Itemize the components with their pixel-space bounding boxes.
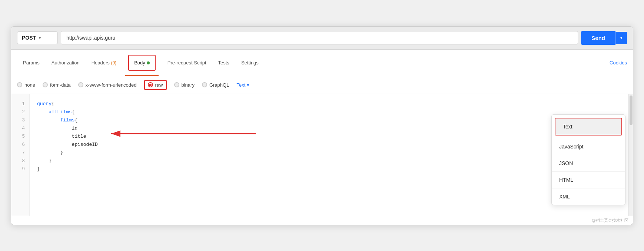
editor-wrapper: 1 2 3 4 5 6 7 8 9 query{ allFilms{ films… (11, 94, 633, 225)
formdata-radio[interactable] (43, 82, 48, 87)
graphql-radio[interactable] (202, 82, 207, 87)
method-chevron-icon: ▾ (39, 36, 41, 40)
code-line-5: title (37, 133, 621, 141)
tab-authorization[interactable]: Authorization (46, 55, 86, 71)
url-input[interactable] (61, 31, 578, 44)
postman-window: POST ▾ Send ▾ Params Authorization Heade… (11, 26, 633, 225)
dropdown-item-xml[interactable]: XML (552, 188, 625, 205)
watermark: @稻土觅金技术社区 (11, 216, 633, 225)
text-dropdown-chevron-icon: ▾ (247, 82, 249, 88)
binary-radio[interactable] (174, 82, 179, 87)
line-num-5: 5 (22, 133, 29, 141)
editor-area: 1 2 3 4 5 6 7 8 9 query{ allFilms{ films… (11, 94, 633, 216)
tab-pre-request[interactable]: Pre-request Script (162, 55, 212, 71)
tab-body[interactable]: Body (122, 50, 162, 76)
urlencoded-radio[interactable] (78, 82, 83, 87)
line-num-7: 7 (22, 149, 29, 157)
line-num-1: 1 (22, 100, 29, 108)
text-type-dropdown[interactable]: Text ▾ (236, 82, 249, 88)
line-num-8: 8 (22, 157, 29, 165)
scrollbar-thumb[interactable] (630, 96, 633, 125)
text-type-dropdown-menu: Text JavaScript JSON HTML XML (551, 114, 625, 205)
method-label: POST (22, 35, 36, 41)
send-button-group: Send ▾ (581, 31, 627, 45)
line-num-4: 4 (22, 124, 29, 133)
tab-tests[interactable]: Tests (212, 55, 235, 71)
tab-headers[interactable]: Headers (9) (86, 55, 122, 71)
tab-settings[interactable]: Settings (235, 55, 265, 71)
editor-main: 1 2 3 4 5 6 7 8 9 query{ allFilms{ films… (11, 94, 633, 216)
code-line-6: episodeID (37, 141, 621, 149)
code-line-3: films{ (37, 116, 621, 124)
code-line-7: } (37, 149, 621, 157)
code-line-9: } (37, 165, 621, 173)
raw-radio-inner (149, 84, 152, 86)
option-none[interactable]: none (17, 82, 35, 88)
raw-option-box: raw (144, 80, 167, 90)
vertical-scrollbar[interactable] (628, 94, 633, 216)
cookies-link[interactable]: Cookies (610, 60, 627, 66)
tabs-row: Params Authorization Headers (9) Body Pr… (11, 50, 633, 76)
method-selector[interactable]: POST ▾ (17, 31, 58, 44)
line-num-6: 6 (22, 141, 29, 149)
toolbar: POST ▾ Send ▾ (11, 27, 633, 50)
dropdown-item-json[interactable]: JSON (552, 155, 625, 172)
option-binary[interactable]: binary (174, 82, 195, 88)
option-urlencoded[interactable]: x-www-form-urlencoded (78, 82, 137, 88)
send-button[interactable]: Send (581, 31, 615, 45)
line-num-2: 2 (22, 108, 29, 116)
dropdown-item-javascript[interactable]: JavaScript (552, 138, 625, 155)
line-num-9: 9 (22, 165, 29, 173)
body-options-row: none form-data x-www-form-urlencoded raw… (11, 76, 633, 94)
code-line-1: query{ (37, 100, 621, 108)
none-radio[interactable] (17, 82, 22, 87)
body-active-dot (147, 61, 150, 64)
option-graphql[interactable]: GraphQL (202, 82, 229, 88)
code-editor[interactable]: query{ allFilms{ films{ id title episode… (30, 94, 628, 216)
dropdown-item-text[interactable]: Text (555, 118, 621, 135)
dropdown-item-html[interactable]: HTML (552, 172, 625, 188)
headers-badge: (9) (111, 60, 116, 66)
line-numbers: 1 2 3 4 5 6 7 8 9 (11, 94, 30, 216)
line-num-3: 3 (22, 116, 29, 124)
option-raw[interactable]: raw (144, 80, 167, 90)
code-line-4: id (37, 124, 621, 133)
raw-radio[interactable] (148, 82, 153, 87)
code-line-8: } (37, 157, 621, 165)
code-line-2: allFilms{ (37, 108, 621, 116)
tab-params[interactable]: Params (17, 55, 46, 71)
option-formdata[interactable]: form-data (43, 82, 71, 88)
send-dropdown-button[interactable]: ▾ (615, 32, 627, 44)
body-tab-box: Body (128, 55, 156, 71)
